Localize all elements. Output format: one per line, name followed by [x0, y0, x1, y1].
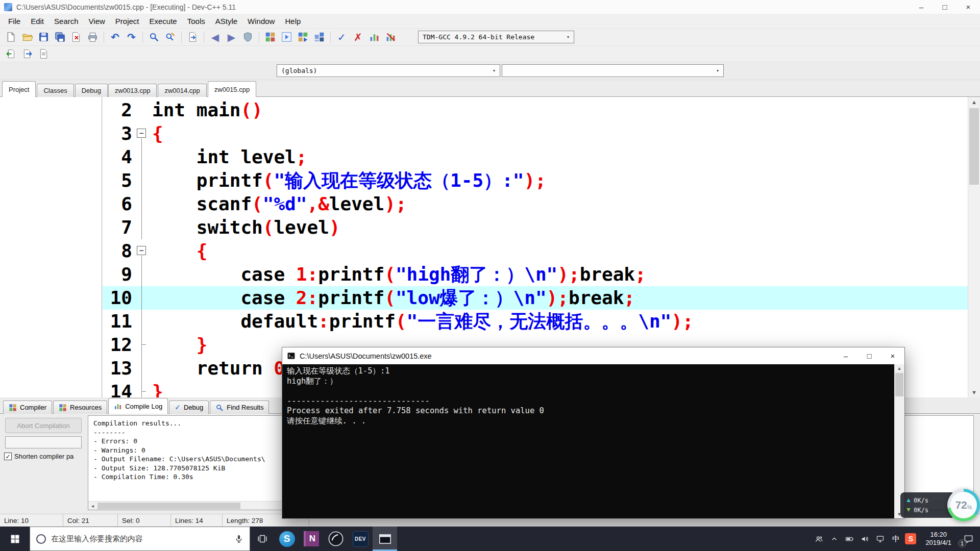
- project-panel[interactable]: [0, 97, 102, 397]
- save-button[interactable]: [36, 30, 52, 44]
- sogou-icon[interactable]: S: [905, 533, 916, 544]
- close-button[interactable]: ×: [957, 0, 980, 14]
- code-line-8[interactable]: 8− {: [103, 239, 968, 263]
- menu-item-edit[interactable]: Edit: [26, 17, 49, 26]
- run-button[interactable]: [279, 30, 295, 44]
- taskbar-app-skype[interactable]: S: [275, 527, 299, 551]
- editor-scrollbar-thumb[interactable]: [969, 108, 979, 185]
- syntax-check-button[interactable]: [240, 30, 256, 44]
- compile-button[interactable]: [262, 30, 278, 44]
- profile-button[interactable]: [366, 30, 382, 44]
- battery-icon[interactable]: [845, 535, 854, 543]
- bottom-tab-debug[interactable]: ✓Debug: [169, 400, 209, 414]
- menu-item-view[interactable]: View: [84, 17, 110, 26]
- net-speed-widget[interactable]: 0K/s 0K/s 72 %: [900, 489, 980, 521]
- code-line-4[interactable]: 4 int level;: [103, 145, 968, 169]
- menu-item-search[interactable]: Search: [49, 17, 84, 26]
- menu-item-file[interactable]: File: [3, 17, 26, 26]
- minimize-button[interactable]: –: [910, 0, 933, 14]
- start-button[interactable]: [0, 527, 30, 551]
- find-button[interactable]: [146, 30, 162, 44]
- microphone-icon[interactable]: [234, 533, 243, 544]
- editor-vertical-scrollbar[interactable]: ▲ ▼: [968, 97, 980, 397]
- fold-marker[interactable]: −: [134, 122, 150, 145]
- code-line-6[interactable]: 6 scanf("%d",&level);: [103, 192, 968, 216]
- people-icon[interactable]: [815, 535, 823, 543]
- editor-tab-zw0013-cpp[interactable]: zw0013.cpp: [108, 84, 157, 97]
- taskbar-search[interactable]: 在这里输入你要搜索的内容: [30, 527, 250, 551]
- left-tab-debug[interactable]: Debug: [75, 84, 108, 97]
- open-file-button[interactable]: [19, 30, 35, 44]
- code-line-2[interactable]: 2int main(): [103, 98, 968, 122]
- redo-button[interactable]: ↷: [124, 30, 139, 44]
- editor-tab-zw0014-cpp[interactable]: zw0014.cpp: [158, 84, 206, 97]
- menu-item-astyle[interactable]: AStyle: [210, 17, 242, 26]
- left-tab-project[interactable]: Project: [2, 81, 36, 97]
- fold-marker[interactable]: −: [134, 239, 150, 263]
- ime-indicator[interactable]: 中: [889, 527, 903, 551]
- bottom-tab-find-results[interactable]: Find Results: [210, 400, 269, 414]
- save-all-button[interactable]: [52, 30, 68, 44]
- new-file-button[interactable]: [3, 30, 19, 44]
- delete-profiling-button[interactable]: [383, 30, 399, 44]
- network-icon[interactable]: [876, 535, 885, 543]
- menu-item-project[interactable]: Project: [110, 17, 144, 26]
- console-maximize-button[interactable]: □: [857, 347, 881, 364]
- console-body[interactable]: 输入现在等级状态（1-5）:1 high翻了：） ---------------…: [282, 364, 904, 518]
- console-minimize-button[interactable]: –: [834, 347, 857, 364]
- forward-button[interactable]: ▶: [224, 30, 239, 44]
- compiler-select[interactable]: TDM-GCC 4.9.2 64-bit Release ▾: [418, 31, 574, 43]
- taskbar-app-dev-cpp[interactable]: DEV: [348, 527, 373, 551]
- code-line-7[interactable]: 7 switch(level): [103, 216, 968, 239]
- menu-item-help[interactable]: Help: [280, 17, 306, 26]
- taskbar-app-game-bar[interactable]: [324, 527, 348, 551]
- scroll-up-arrow-icon[interactable]: ▲: [968, 97, 980, 107]
- goto-line-button[interactable]: [185, 30, 201, 44]
- bottom-tab-resources[interactable]: Resources: [53, 400, 107, 414]
- chevron-up-icon[interactable]: [830, 535, 839, 543]
- undo-button[interactable]: ↶: [107, 30, 123, 44]
- scroll-left-arrow-icon[interactable]: ◂: [88, 502, 97, 510]
- bottom-tab-compiler[interactable]: Compiler: [3, 400, 52, 414]
- bookmark-page-button[interactable]: [36, 47, 52, 61]
- rebuild-button[interactable]: [311, 30, 327, 44]
- console-close-button[interactable]: ×: [881, 347, 904, 364]
- scroll-down-arrow-icon[interactable]: ▼: [968, 387, 980, 397]
- abort-compilation-button[interactable]: Abort Compilation: [5, 418, 82, 433]
- taskbar-clock[interactable]: 16:20 2019/4/1: [920, 527, 957, 551]
- editor-tab-zw0015-cpp[interactable]: zw0015.cpp: [208, 81, 256, 97]
- debug-button[interactable]: ✓: [334, 30, 350, 44]
- globals-select[interactable]: (globals) ▾: [277, 64, 500, 77]
- replace-button[interactable]: [162, 30, 178, 44]
- log-scrollbar-thumb[interactable]: [97, 503, 240, 509]
- menu-item-tools[interactable]: Tools: [182, 17, 210, 26]
- left-tab-classes[interactable]: Classes: [37, 84, 74, 97]
- compile-run-button[interactable]: [295, 30, 311, 44]
- action-center-button[interactable]: 1: [957, 527, 980, 551]
- code-line-10[interactable]: 10 case 2:printf("low爆了：）\n");break;: [103, 286, 968, 310]
- abort-button[interactable]: ✗: [350, 30, 366, 44]
- menu-item-execute[interactable]: Execute: [144, 17, 182, 26]
- back-button[interactable]: ◀: [207, 30, 223, 44]
- taskbar-app-console-app[interactable]: [373, 527, 397, 551]
- members-select[interactable]: ▾: [502, 64, 724, 77]
- shorten-paths-checkbox[interactable]: ✓ Shorten compiler pa: [4, 453, 74, 460]
- maximize-button[interactable]: □: [933, 0, 957, 14]
- print-button[interactable]: [85, 30, 101, 44]
- taskbar-app-onenote[interactable]: N: [299, 527, 324, 551]
- menu-item-window[interactable]: Window: [242, 17, 280, 26]
- scroll-up-arrow-icon[interactable]: ▲: [894, 364, 904, 372]
- boost-percent-ball[interactable]: 72 %: [947, 489, 980, 521]
- code-line-11[interactable]: 11 default:printf("一言难尽，无法概括。。。\n");: [103, 310, 968, 333]
- console-window[interactable]: C:\Users\ASUS\Documents\zw0015.exe – □ ×…: [282, 347, 905, 519]
- volume-icon[interactable]: [861, 535, 869, 543]
- console-scrollbar-thumb[interactable]: [895, 373, 903, 396]
- jump-forward-button[interactable]: [19, 47, 35, 61]
- jump-back-button[interactable]: [3, 47, 19, 61]
- code-line-9[interactable]: 9 case 1:printf("high翻了：）\n");break;: [103, 263, 968, 286]
- code-line-3[interactable]: 3−{: [103, 122, 968, 145]
- close-file-button[interactable]: [68, 30, 84, 44]
- console-title-bar[interactable]: C:\Users\ASUS\Documents\zw0015.exe – □ ×: [282, 347, 904, 364]
- code-line-5[interactable]: 5 printf("输入现在等级状态（1-5）:");: [103, 169, 968, 192]
- bottom-tab-compile-log[interactable]: Compile Log: [108, 398, 168, 414]
